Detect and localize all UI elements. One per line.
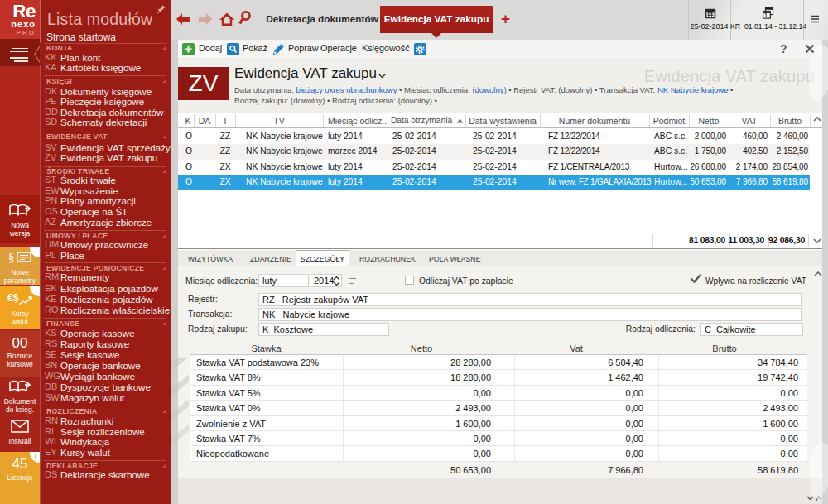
svg-text:§: § [8, 251, 15, 264]
svg-text:€$: €$ [7, 292, 19, 304]
svg-text:1: 1 [764, 12, 768, 18]
